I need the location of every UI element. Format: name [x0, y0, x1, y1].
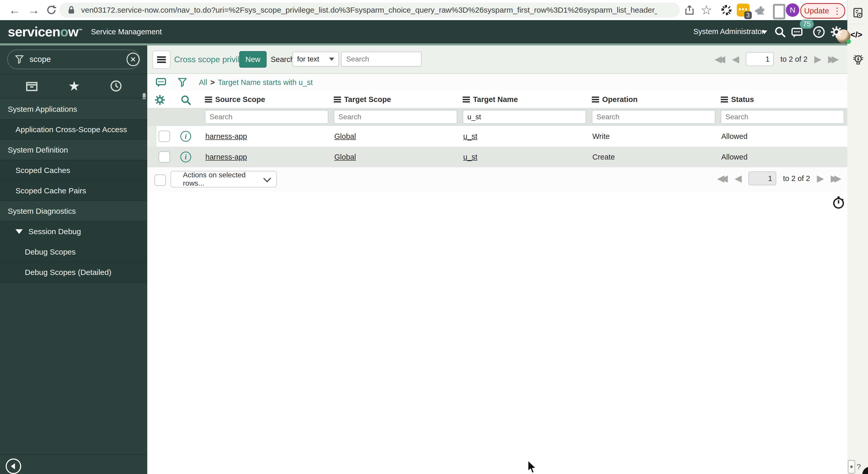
help-icon[interactable]	[813, 26, 825, 38]
row-checkbox[interactable]	[159, 151, 170, 163]
sidebar-item-debug-scopes-detailed[interactable]: Debug Scopes (Detailed)	[0, 262, 147, 283]
filter-source-scope-input[interactable]	[205, 110, 328, 124]
share-icon[interactable]	[684, 5, 695, 15]
page-number-input[interactable]	[746, 52, 774, 66]
user-menu[interactable]: System Administrator	[693, 27, 764, 36]
list-context-menu-button[interactable]	[152, 50, 170, 69]
browser-forward-icon[interactable]: →	[28, 0, 40, 20]
list-chat-icon[interactable]	[156, 77, 167, 88]
navigator-tabs: ★	[0, 74, 147, 98]
browser-reload-icon[interactable]	[46, 5, 57, 15]
select-caret-icon	[329, 58, 334, 61]
bookmark-star-icon[interactable]: ☆	[701, 0, 712, 20]
user-menu-caret-icon[interactable]	[762, 30, 767, 34]
global-search-icon[interactable]	[774, 26, 786, 38]
column-menu-icon[interactable]	[592, 97, 599, 102]
notes-extension-icon[interactable]: 3	[737, 4, 750, 16]
cell-source-scope[interactable]: harness-app	[206, 132, 247, 141]
cell-operation: Write	[592, 132, 610, 141]
last-page-icon[interactable]: ▶▶	[831, 174, 841, 183]
row-info-icon[interactable]: i	[180, 131, 191, 142]
column-header-status[interactable]: Status	[721, 95, 754, 104]
lightbulb-icon[interactable]	[852, 54, 864, 66]
sidebar-item-application-cross-scope-access[interactable]: Application Cross-Scope Access	[0, 120, 147, 140]
screen: ← → ven03172.service-now.com/nav_to.do?u…	[0, 0, 868, 474]
url-text[interactable]: ven03172.service-now.com/nav_to.do?uri=%…	[81, 6, 657, 14]
sidebar-section-system-definition[interactable]: System Definition	[0, 140, 147, 160]
sidebar-item-scoped-cache-pairs[interactable]: Scoped Cache Pairs	[0, 181, 147, 201]
response-time-stopwatch-icon[interactable]	[832, 196, 845, 209]
breadcrumb-funnel-icon[interactable]	[177, 77, 188, 88]
page-viewer-icon[interactable]	[852, 7, 864, 19]
cell-target-name[interactable]: u_st	[463, 132, 477, 141]
sidebar-item-scoped-caches[interactable]: Scoped Caches	[0, 160, 147, 181]
column-menu-icon[interactable]	[463, 97, 470, 102]
chat-menu[interactable]: 75	[791, 26, 803, 39]
strip-help-icon[interactable]: ?	[853, 461, 864, 472]
cell-status: Allowed	[721, 132, 748, 141]
row-checkbox[interactable]	[159, 131, 170, 142]
all-applications-icon[interactable]	[25, 79, 38, 93]
chevron-down-icon	[263, 174, 271, 182]
browser-profile-avatar[interactable]: N	[786, 3, 799, 17]
sidebar-section-system-applications[interactable]: System Applications	[0, 99, 147, 120]
product-name: Service Management	[91, 28, 162, 36]
search-type-select[interactable]: for text	[292, 52, 339, 67]
column-menu-icon[interactable]	[721, 97, 728, 102]
actions-select[interactable]: Actions on selected rows...	[170, 171, 277, 188]
column-search-toggle-icon[interactable]	[180, 95, 192, 106]
clear-filter-icon[interactable]: ✕	[127, 53, 140, 66]
list-personalize-gear-icon[interactable]	[154, 95, 165, 105]
list-search-input[interactable]	[341, 52, 422, 67]
favorites-star-icon[interactable]: ★	[68, 79, 80, 93]
new-button[interactable]: New	[239, 51, 267, 68]
prev-page-icon[interactable]: ◀	[732, 55, 739, 64]
filter-operation-input[interactable]	[592, 110, 715, 124]
code-panel-icon[interactable]: </>	[850, 30, 862, 39]
cell-target-name[interactable]: u_st	[463, 153, 477, 161]
column-menu-icon[interactable]	[334, 97, 341, 102]
column-menu-icon[interactable]	[205, 97, 212, 102]
page-number-input[interactable]	[748, 171, 776, 185]
extensions-puzzle-icon[interactable]	[755, 4, 767, 16]
column-header-source-scope[interactable]: Source Scope	[205, 95, 265, 104]
history-clock-icon[interactable]	[110, 80, 122, 92]
sidebar-section-system-diagnostics[interactable]: System Diagnostics	[0, 201, 147, 222]
settings-gear-icon[interactable]	[830, 26, 843, 38]
collapse-sidebar-button[interactable]	[6, 459, 21, 474]
column-header-target-name[interactable]: Target Name	[463, 95, 518, 104]
app-navigator: ✕ ★ System Applications Application Cros…	[0, 45, 147, 474]
cell-source-scope[interactable]: harness-app	[206, 153, 247, 161]
update-label: Update	[804, 6, 829, 15]
navigator-filter-input[interactable]	[29, 55, 115, 64]
next-page-icon[interactable]: ▶	[817, 174, 824, 183]
cell-target-scope[interactable]: Global	[334, 132, 356, 141]
last-page-icon[interactable]: ▶▶	[828, 55, 839, 64]
hamburger-icon	[157, 56, 166, 63]
browser-menu-dots-icon[interactable]: ⋮	[833, 6, 841, 15]
spinner-extension-icon[interactable]	[720, 4, 733, 16]
filter-status-input[interactable]	[721, 110, 844, 124]
browser-back-icon[interactable]: ←	[9, 0, 21, 20]
first-page-icon[interactable]: ◀◀	[715, 55, 725, 64]
browser-update-button[interactable]: Update ⋮	[800, 3, 845, 19]
browser-toolbar: ← → ven03172.service-now.com/nav_to.do?u…	[0, 0, 847, 20]
table-row: i harness-app Global u_st Write Allowed	[147, 126, 847, 147]
sidebar-item-session-debug[interactable]: Session Debug	[0, 222, 147, 242]
select-all-checkbox[interactable]	[154, 174, 166, 186]
breadcrumb-filter-link[interactable]: Target Name starts with u_st	[218, 78, 313, 87]
row-info-icon[interactable]: i	[180, 151, 191, 162]
column-header-operation[interactable]: Operation	[592, 95, 638, 104]
next-page-icon[interactable]: ▶	[814, 55, 822, 64]
filter-target-name-input[interactable]	[463, 110, 586, 124]
filter-target-scope-input[interactable]	[334, 110, 457, 124]
navigator-filter[interactable]: ✕	[7, 49, 140, 69]
cell-target-scope[interactable]: Global	[334, 153, 356, 161]
first-page-icon[interactable]: ◀◀	[717, 174, 728, 183]
address-bar[interactable]: ven03172.service-now.com/nav_to.do?uri=%…	[59, 3, 680, 18]
sidebar-item-debug-scopes[interactable]: Debug Scopes	[0, 242, 147, 262]
prev-page-icon[interactable]: ◀	[735, 174, 742, 183]
sidepanel-icon[interactable]	[773, 4, 785, 20]
column-header-target-scope[interactable]: Target Scope	[334, 95, 391, 104]
breadcrumb-all-link[interactable]: All	[199, 78, 207, 87]
